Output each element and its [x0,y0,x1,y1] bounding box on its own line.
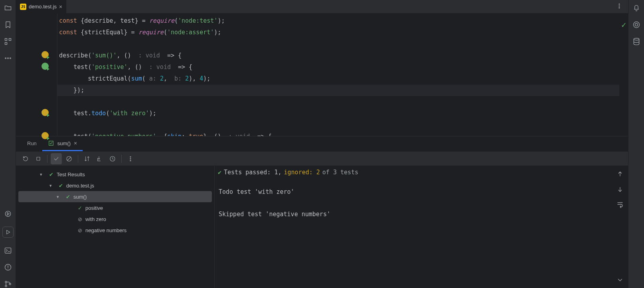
rerun-button[interactable] [20,153,31,164]
sort-button[interactable] [81,153,93,164]
editor-tab-label: demo.test.js [29,4,57,10]
show-passed-button[interactable] [51,153,62,164]
debug-icon[interactable] [4,210,12,218]
svg-point-21 [130,158,131,159]
tab-run-label: Run [27,140,37,146]
more-icon[interactable] [4,54,12,62]
activity-bar [0,0,16,288]
console-output: Todo test 'with zero' Skipped test 'nega… [215,179,612,227]
svg-point-5 [10,58,11,59]
terminal-icon[interactable] [4,247,12,254]
soft-wrap-icon[interactable] [616,201,624,210]
main-column: JS demo.test.js × const {describe, test}… [16,0,628,288]
svg-point-14 [619,4,620,4]
svg-rect-17 [37,157,40,160]
structure-icon[interactable] [4,37,12,45]
tree-case-with-zero[interactable]: ▾ ⊘ with zero [16,213,214,225]
svg-rect-0 [5,39,7,41]
inspection-ok-icon[interactable]: ✓ [621,21,627,30]
pass-icon: ✔ [218,167,221,178]
tree-case-label: with zero [85,216,106,222]
tree-case-negative[interactable]: ▾ ⊘ negative numbers [16,225,214,236]
prev-result-icon[interactable] [616,170,624,179]
tree-file[interactable]: ▾ ✔ demo.test.js [16,180,214,191]
svg-point-16 [619,8,620,8]
editor[interactable]: const {describe, test} = require('node:t… [16,14,628,136]
test-toolbar [16,151,628,166]
test-summary: ✔ Tests passed: 1, ignored: 2 of 3 tests [215,166,612,179]
kebab-icon[interactable] [616,3,622,10]
bookmark-icon[interactable] [4,21,12,29]
test-config-icon [48,140,54,146]
svg-point-20 [130,156,131,157]
tab-sum-label: sum() [57,140,71,146]
pass-icon: ✔ [57,182,64,189]
close-icon[interactable]: × [74,140,77,146]
svg-point-22 [130,160,131,161]
console-rail [612,166,628,288]
tool-window-tabs: Run sum() × [16,136,628,151]
svg-point-15 [619,6,620,6]
run-panel-icon[interactable] [2,227,14,238]
run-gutter-test-todo[interactable] [41,109,49,116]
summary-passed: Tests passed: 1, [224,167,282,178]
svg-point-3 [5,58,6,59]
tree-file-label: demo.test.js [66,183,94,189]
notifications-icon[interactable] [632,4,640,12]
pass-icon: ✔ [48,171,54,178]
database-icon[interactable] [632,37,640,45]
ai-assistant-icon[interactable] [632,21,640,29]
run-gutter-describe[interactable] [41,51,49,58]
tree-suite-label: sum() [73,194,87,200]
pass-icon: ✔ [65,193,71,200]
svg-point-25 [634,38,639,40]
js-file-icon: JS [20,4,26,10]
code-area[interactable]: const {describe, test} = require('node:t… [57,14,619,136]
problems-icon[interactable] [4,263,12,271]
svg-rect-2 [5,43,7,45]
pass-icon: ✓ [77,205,83,211]
test-console[interactable]: ✔ Tests passed: 1, ignored: 2 of 3 tests… [215,166,612,288]
svg-rect-1 [9,39,11,41]
more-button[interactable] [125,153,136,164]
tree-case-positive[interactable]: ▾ ✓ positive [16,202,214,213]
tree-root-label: Test Results [57,172,85,178]
run-gutter-test-negative[interactable] [41,132,49,139]
vcs-icon[interactable] [4,280,12,288]
scroll-to-end-icon[interactable] [616,276,624,285]
tree-case-label: negative numbers [85,227,126,233]
tree-case-label: positive [85,205,103,211]
stop-button[interactable] [33,153,44,164]
tree-root[interactable]: ▾ ✔ Test Results [16,169,214,180]
svg-point-4 [7,58,8,59]
tree-suite[interactable]: ▾ ✔ sum() [18,191,212,202]
summary-of: of 3 tests [322,167,358,178]
folder-icon[interactable] [4,4,12,12]
show-ignored-button[interactable] [63,153,75,164]
run-gutter-test-positive[interactable] [41,63,49,70]
history-button[interactable] [107,153,118,164]
inspection-rail: ✓ [619,14,628,136]
editor-gutter[interactable] [16,14,57,136]
skip-icon: ⊘ [77,216,83,222]
close-icon[interactable]: × [59,4,62,10]
next-result-icon[interactable] [616,186,624,194]
svg-point-6 [5,211,10,216]
import-button[interactable] [94,153,105,164]
summary-ignored: ignored: 2 [284,167,320,178]
editor-tab-strip: JS demo.test.js × [16,0,628,14]
test-tree[interactable]: ▾ ✔ Test Results ▾ ✔ demo.test.js ▾ ✔ su… [16,166,215,288]
right-rail [628,0,644,288]
tab-run[interactable]: Run [22,136,42,151]
svg-point-24 [633,22,639,28]
svg-rect-9 [5,248,11,253]
skip-icon: ⊘ [77,227,83,233]
tool-window-body: ▾ ✔ Test Results ▾ ✔ demo.test.js ▾ ✔ su… [16,166,628,288]
svg-point-23 [635,24,638,26]
editor-tab-demo-test[interactable]: JS demo.test.js × [16,0,67,13]
svg-marker-7 [7,213,9,215]
svg-marker-8 [6,230,10,234]
